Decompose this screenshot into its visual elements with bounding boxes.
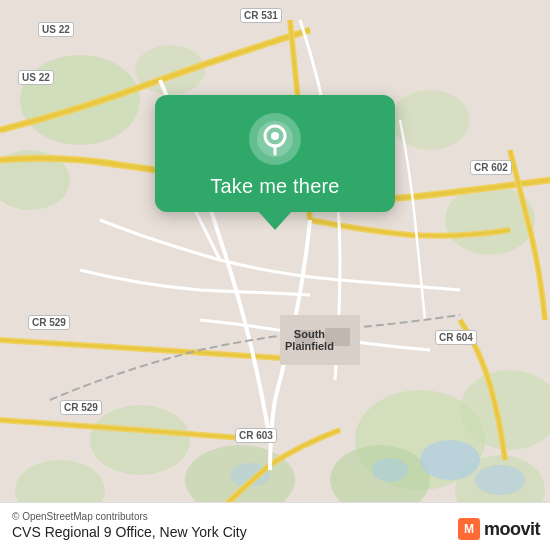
svg-point-22	[271, 132, 279, 140]
svg-point-13	[420, 440, 480, 480]
moovit-icon: M	[458, 518, 480, 540]
location-icon-wrap	[249, 113, 301, 165]
road-label-cr529-bot: CR 529	[60, 400, 102, 415]
svg-point-8	[390, 90, 470, 150]
road-label-cr603: CR 603	[235, 428, 277, 443]
town-label-south-plainfield: SouthPlainfield	[285, 328, 334, 352]
svg-point-14	[475, 465, 525, 495]
location-pin-icon	[255, 119, 295, 159]
road-label-cr602: CR 602	[470, 160, 512, 175]
svg-point-1	[20, 55, 140, 145]
popup-card: Take me there	[155, 95, 395, 212]
map-svg	[0, 0, 550, 550]
moovit-text: moovit	[484, 519, 540, 540]
moovit-logo: M moovit	[458, 518, 540, 540]
svg-point-3	[90, 405, 190, 475]
take-me-there-button[interactable]: Take me there	[210, 175, 339, 198]
road-label-us22-left: US 22	[38, 22, 74, 37]
road-label-cr529-left: CR 529	[28, 315, 70, 330]
svg-text:M: M	[464, 522, 474, 536]
road-label-us22-right: US 22	[18, 70, 54, 85]
road-label-cr531-top: CR 531	[240, 8, 282, 23]
map-container: US 22 US 22 CR 531 CR 531 CR 602 CR 529 …	[0, 0, 550, 550]
svg-point-15	[372, 458, 408, 482]
road-label-cr604: CR 604	[435, 330, 477, 345]
